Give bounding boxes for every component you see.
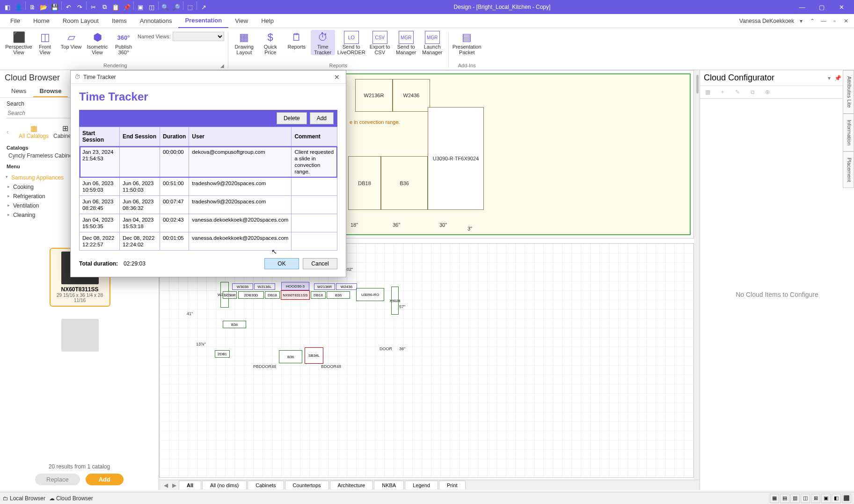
launch-manager-button[interactable]: MGRLaunch Manager <box>420 30 445 55</box>
cell-user[interactable]: tradeshow9@2020spaces.com <box>189 196 292 214</box>
table-row[interactable]: Jun 06, 2023 08:28:45 Jun 06, 2023 08:36… <box>80 196 337 214</box>
ok-button[interactable]: OK <box>264 258 299 269</box>
cc-tool-1-icon[interactable]: ▦ <box>703 89 712 95</box>
sheet-architecture[interactable]: Architecture <box>330 481 373 490</box>
tab-items[interactable]: Items <box>105 14 133 28</box>
cb-tab-browse[interactable]: Browse <box>33 86 68 97</box>
cb-tab-news[interactable]: News <box>5 86 33 97</box>
sheet-cabinets[interactable]: Cabinets <box>248 481 284 490</box>
result-card-2[interactable] <box>50 316 110 356</box>
sheet-prev-icon[interactable]: ◀ <box>162 482 169 489</box>
cancel-button[interactable]: Cancel <box>303 258 337 269</box>
local-browser-toggle[interactable]: 🗀Local Browser <box>3 495 45 502</box>
new-icon[interactable]: 🗎 <box>27 1 38 13</box>
cell-duration[interactable]: 00:51:00 <box>160 178 189 196</box>
top-view-button[interactable]: ▱Top View <box>59 30 83 50</box>
cell-user[interactable]: tradeshow9@2020spaces.com <box>189 178 292 196</box>
table-row[interactable]: Jan 23, 2024 21:54:53 00:00:00 dekova@co… <box>80 146 337 178</box>
add-button[interactable]: Add <box>86 474 124 485</box>
view-7-icon[interactable]: ◧ <box>832 494 841 503</box>
plan-b36b[interactable]: B36 <box>223 321 246 328</box>
cell-comment[interactable] <box>292 196 337 214</box>
zoom-in-icon[interactable]: 🔍 <box>160 1 171 13</box>
delete-session-button[interactable]: Delete <box>277 112 307 124</box>
cc-tool-copy-icon[interactable]: ⧉ <box>748 89 757 95</box>
arrow-icon[interactable]: ↗ <box>198 1 209 13</box>
tab-presentation[interactable]: Presentation <box>178 14 228 28</box>
cc-tool-more-icon[interactable]: ⊕ <box>763 89 772 95</box>
plan-view[interactable]: 99" 102" 41" 13⅞" 57" 36" W2136L W3036 W… <box>159 243 694 478</box>
front-view-button[interactable]: ◫Front View <box>33 30 57 55</box>
plan-w2136l[interactable]: W2136L <box>254 283 275 290</box>
sheet-countertops[interactable]: Countertops <box>285 481 329 490</box>
plan-sc36r[interactable]: SC36R <box>223 291 237 299</box>
tab-annotations[interactable]: Annotations <box>133 14 179 28</box>
filter-all-catalogs[interactable]: ▦All Catalogs <box>19 124 49 139</box>
perspective-view-button[interactable]: ⬛Perspective View <box>7 30 31 55</box>
cell-end[interactable]: Dec 08, 2022 12:24:02 <box>120 232 160 251</box>
reports-button[interactable]: 🗒Reports <box>285 30 309 50</box>
plan-2db30d[interactable]: 2DB30D <box>238 291 264 299</box>
table-row[interactable]: Jun 06, 2023 10:59:03 Jun 06, 2023 11:50… <box>80 178 337 196</box>
cell-duration[interactable]: 00:00:00 <box>160 146 189 178</box>
col-start[interactable]: Start Session <box>80 127 120 146</box>
side-tab-attributes[interactable]: Attributes Lite <box>843 70 854 114</box>
add-session-button[interactable]: Add <box>310 112 334 124</box>
cell-start[interactable]: Jan 04, 2023 15:50:35 <box>80 214 120 232</box>
col-duration[interactable]: Duration <box>160 127 189 146</box>
cell-user[interactable]: dekova@compusoftgroup.com <box>189 146 292 178</box>
cell-end[interactable]: Jun 06, 2023 08:36:32 <box>120 196 160 214</box>
side-tab-information[interactable]: Information <box>843 114 854 151</box>
cell-user[interactable]: vanessa.dekoekkoek@2020spaces.com <box>189 232 292 251</box>
send-liveorder-button[interactable]: LOSend to LiveORDER <box>337 30 366 55</box>
cell-user[interactable]: vanessa.dekoekkoek@2020spaces.com <box>189 214 292 232</box>
plan-w2436[interactable]: W2436 <box>336 283 357 290</box>
cell-start[interactable]: Jun 06, 2023 08:28:45 <box>80 196 120 214</box>
col-end[interactable]: End Session <box>120 127 160 146</box>
tab-help[interactable]: Help <box>255 14 280 28</box>
filter-prev-icon[interactable]: ‹ <box>7 128 14 136</box>
doc-close-icon[interactable]: ✕ <box>842 17 850 25</box>
cell-comment[interactable]: Client requested a slide in convection r… <box>292 146 337 178</box>
export-csv-button[interactable]: CSVExport to CSV <box>368 30 392 55</box>
view-6-icon[interactable]: ▣ <box>821 494 831 503</box>
col-comment[interactable]: Comment <box>292 127 337 146</box>
sheet-legend[interactable]: Legend <box>405 481 438 490</box>
plan-db18a[interactable]: DB18 <box>265 291 280 299</box>
cube-icon[interactable]: ⬚ <box>184 1 196 13</box>
plan-b36a[interactable]: B36 <box>327 291 350 299</box>
drawing-layout-button[interactable]: ▦Drawing Layout <box>232 30 256 55</box>
view-1-icon[interactable]: ▦ <box>770 494 779 503</box>
plan-w2136r[interactable]: W2136R <box>314 283 335 290</box>
close-button[interactable]: ✕ <box>834 1 848 13</box>
publish-360-button[interactable]: 360°Publish 360° <box>111 30 136 55</box>
isometric-view-button[interactable]: ⬢Isometric View <box>85 30 109 55</box>
view-3-icon[interactable]: ▥ <box>790 494 800 503</box>
dialog-titlebar[interactable]: ⏱ Time Tracker ✕ <box>71 71 346 84</box>
presentation-packet-button[interactable]: ▤Presentation Packet <box>453 30 482 55</box>
cell-end[interactable]: Jan 04, 2023 15:53:18 <box>120 214 160 232</box>
cell-end[interactable]: Jun 06, 2023 11:50:03 <box>120 178 160 196</box>
redo-icon[interactable]: ↷ <box>74 1 85 13</box>
plan-nx-range[interactable]: NX60T8311SS <box>281 290 310 300</box>
view-4-icon[interactable]: ◫ <box>801 494 810 503</box>
tab-room-layout[interactable]: Room Layout <box>56 14 105 28</box>
paste-icon[interactable]: 📋 <box>110 1 121 13</box>
cab-u3090[interactable]: U3090-R·TF6X9024 <box>428 107 484 210</box>
view-2-icon[interactable]: ▤ <box>780 494 789 503</box>
cell-start[interactable]: Jun 06, 2023 10:59:03 <box>80 178 120 196</box>
layout1-icon[interactable]: ▣ <box>135 1 146 13</box>
sheet-all[interactable]: All <box>179 481 201 490</box>
table-row[interactable]: Jan 04, 2023 15:50:35 Jan 04, 2023 15:53… <box>80 214 337 232</box>
plan-sb34l[interactable]: SB34L <box>305 347 323 364</box>
app-icon[interactable]: ◧ <box>2 1 13 13</box>
plan-hood[interactable]: HOOD30-3 <box>281 282 309 290</box>
view-5-icon[interactable]: ⊞ <box>811 494 820 503</box>
sheet-print[interactable]: Print <box>439 481 466 490</box>
cell-duration[interactable]: 00:07:47 <box>160 196 189 214</box>
user-dropdown-icon[interactable]: ▾ <box>797 17 805 25</box>
cell-duration[interactable]: 00:02:43 <box>160 214 189 232</box>
tab-home[interactable]: Home <box>27 14 56 28</box>
doc-restore-icon[interactable]: ▫ <box>831 17 839 25</box>
panel-menu-icon[interactable]: ▾ <box>825 75 833 81</box>
